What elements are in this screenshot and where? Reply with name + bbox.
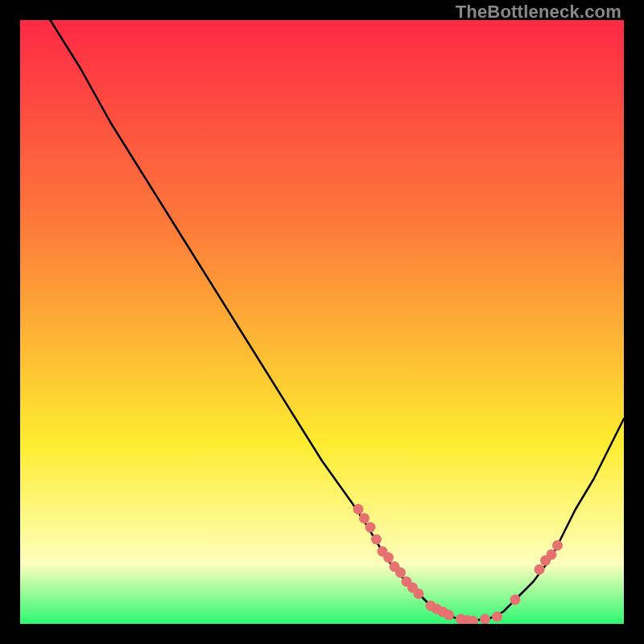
data-point	[552, 540, 563, 551]
data-point	[383, 552, 394, 563]
data-point	[371, 535, 382, 545]
data-point	[353, 504, 364, 514]
gradient-background	[20, 20, 624, 624]
bottleneck-chart	[20, 20, 624, 624]
data-point	[535, 564, 545, 575]
data-point	[547, 549, 557, 559]
watermark-text: TheBottleneck.com	[456, 2, 621, 23]
data-point	[365, 522, 376, 533]
data-point	[480, 614, 490, 625]
chart-frame	[20, 20, 624, 624]
data-point	[444, 609, 454, 620]
data-point	[510, 595, 521, 605]
data-point	[414, 588, 424, 599]
data-point	[492, 612, 502, 622]
data-point	[359, 513, 369, 523]
data-point	[395, 568, 406, 578]
